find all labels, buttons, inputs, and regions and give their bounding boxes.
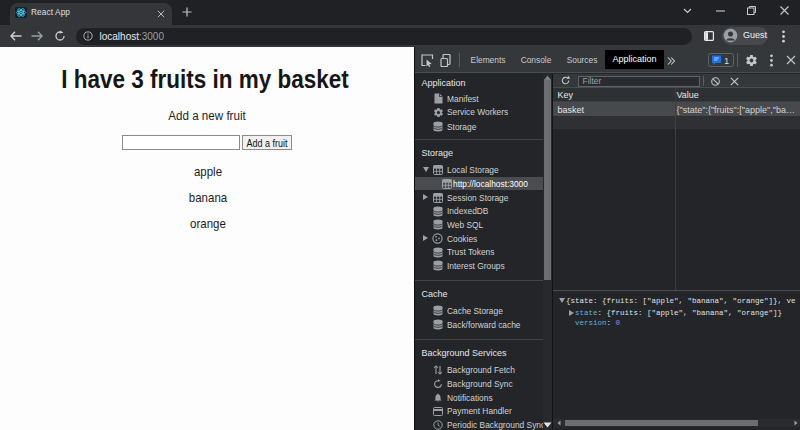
svg-text:1: 1 xyxy=(724,56,729,66)
